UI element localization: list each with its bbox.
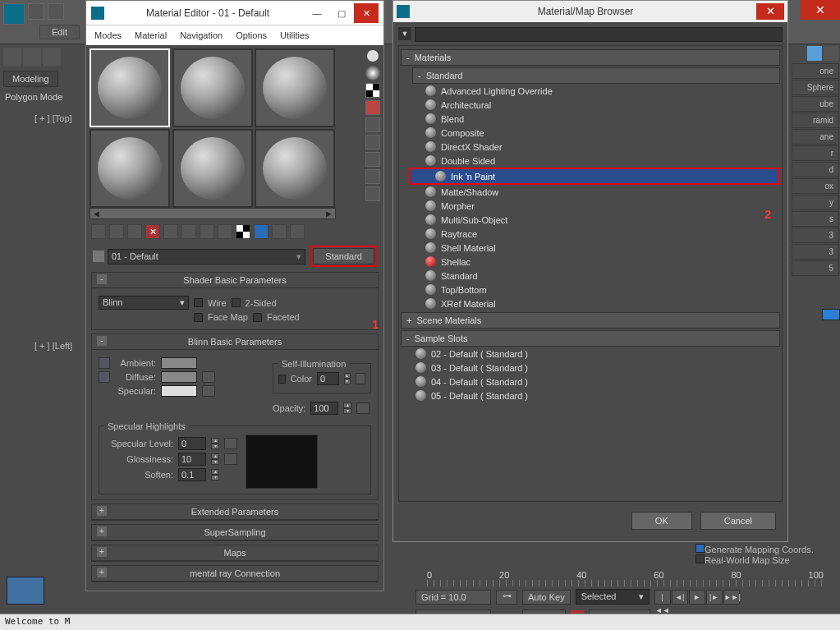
scroll-left-icon[interactable]: ◄ xyxy=(92,209,101,218)
menu-navigation[interactable]: Navigation xyxy=(180,30,223,40)
backlight-icon[interactable] xyxy=(365,66,380,80)
sample-slot[interactable] xyxy=(90,48,170,127)
mat-id-icon[interactable] xyxy=(218,224,232,239)
app-close-button[interactable]: ✕ xyxy=(801,0,840,20)
collapse-icon[interactable]: - xyxy=(97,274,107,284)
expand-icon[interactable]: + xyxy=(97,547,107,557)
object-type-button[interactable]: 3 xyxy=(792,244,839,260)
rollout-header[interactable]: - Blinn Basic Parameters xyxy=(92,334,378,350)
rollout-header[interactable]: +Maps xyxy=(92,545,378,561)
sample-slot[interactable] xyxy=(255,48,335,127)
go-sibling-icon[interactable] xyxy=(290,224,305,239)
modeling-tab[interactable]: Modeling xyxy=(3,71,58,87)
menu-modes[interactable]: Modes xyxy=(94,30,122,40)
show-map-icon[interactable] xyxy=(236,224,250,239)
ok-button[interactable]: OK xyxy=(631,512,692,530)
put-to-library-icon[interactable] xyxy=(200,224,214,239)
object-type-button[interactable]: 5 xyxy=(792,260,839,276)
object-type-button[interactable]: ox xyxy=(792,178,839,194)
unlink-tool-icon[interactable] xyxy=(23,48,41,66)
gen-mapping-checkbox[interactable] xyxy=(695,544,705,553)
material-list-item[interactable]: Top/Bottom xyxy=(401,283,780,297)
go-parent-icon[interactable] xyxy=(272,224,287,239)
expand-icon[interactable]: + xyxy=(97,568,107,577)
maximize-button[interactable]: ▢ xyxy=(329,3,354,23)
object-type-button[interactable]: 3 xyxy=(792,228,839,243)
object-type-button[interactable]: ane xyxy=(792,129,839,145)
rollout-header[interactable]: - Shader Basic Parameters xyxy=(92,273,378,288)
si-value-spinner[interactable]: 0 xyxy=(317,372,339,385)
sample-slot-list-item[interactable]: 03 - Default ( Standard ) xyxy=(401,361,780,375)
spec-level-spinner[interactable]: 0 xyxy=(178,437,206,450)
browser-search-input[interactable] xyxy=(415,27,783,42)
menu-options[interactable]: Options xyxy=(236,30,267,40)
gloss-map-button[interactable] xyxy=(224,453,237,465)
sample-slot[interactable] xyxy=(90,129,170,208)
object-type-button[interactable]: d xyxy=(792,162,839,177)
spin-up-icon[interactable]: ▴ xyxy=(344,373,350,379)
reset-icon[interactable]: ✕ xyxy=(145,224,160,239)
auto-key-button[interactable]: Auto Key xyxy=(522,590,571,605)
material-list-item[interactable]: Shell Material xyxy=(401,241,780,255)
make-copy-icon[interactable] xyxy=(163,224,178,239)
material-list-item[interactable]: Standard xyxy=(401,269,780,283)
material-list-item[interactable]: Double Sided xyxy=(401,154,780,168)
material-list-item[interactable]: DirectX Shader xyxy=(401,140,780,154)
object-type-button[interactable]: r xyxy=(792,145,839,161)
expand-icon[interactable]: + xyxy=(97,506,107,516)
soften-spinner[interactable]: 0.1 xyxy=(178,468,206,481)
material-list-item[interactable]: Ink 'n Paint xyxy=(411,169,778,183)
select-by-mat-icon[interactable] xyxy=(365,169,380,184)
make-unique-icon[interactable] xyxy=(181,224,196,239)
object-type-button[interactable]: s xyxy=(792,211,839,227)
spin-up-icon[interactable]: ▴ xyxy=(211,453,219,459)
rollout-header[interactable]: +SuperSampling xyxy=(92,525,378,540)
browser-menu-icon[interactable]: ▼ xyxy=(398,27,411,40)
ambient-swatch[interactable] xyxy=(161,357,197,369)
bind-tool-icon[interactable] xyxy=(43,48,61,66)
assign-to-selection-icon[interactable] xyxy=(127,224,142,239)
key-target-dropdown[interactable]: Selected▾ xyxy=(576,589,650,605)
spec-level-map-button[interactable] xyxy=(224,438,237,449)
group-standard[interactable]: -Standard xyxy=(412,67,780,84)
get-material-icon[interactable] xyxy=(91,224,106,239)
specular-map-button[interactable] xyxy=(202,385,215,397)
create-tab-icon[interactable] xyxy=(807,46,822,61)
menu-material[interactable]: Material xyxy=(135,30,167,40)
real-world-checkbox[interactable] xyxy=(695,554,705,563)
spin-up-icon[interactable]: ▴ xyxy=(343,402,351,408)
collapse-icon[interactable]: - xyxy=(97,336,107,346)
sample-uv-icon[interactable] xyxy=(365,100,380,115)
expand-icon[interactable]: + xyxy=(97,527,107,536)
si-map-button[interactable] xyxy=(356,373,365,384)
material-list-item[interactable]: Shellac xyxy=(401,255,780,269)
material-list-item[interactable]: XRef Material xyxy=(401,297,780,310)
preview-icon[interactable] xyxy=(365,135,380,149)
spin-down-icon[interactable]: ▾ xyxy=(343,408,351,414)
options-icon[interactable] xyxy=(365,152,380,167)
two-sided-checkbox[interactable] xyxy=(232,298,241,307)
diffuse-lock-icon[interactable] xyxy=(99,371,110,383)
viewport-layout-icon[interactable] xyxy=(7,577,44,605)
ruler-ticks[interactable] xyxy=(427,580,824,586)
object-type-button[interactable]: y xyxy=(792,195,839,210)
modify-tab-icon[interactable] xyxy=(824,46,838,61)
goto-end-icon[interactable]: ►►| xyxy=(723,590,740,605)
material-list-item[interactable]: Matte/Shadow xyxy=(401,185,780,199)
object-type-button[interactable]: ramid xyxy=(792,113,839,128)
object-type-button[interactable]: Sphere xyxy=(792,80,839,95)
group-scene-materials[interactable]: +Scene Materials xyxy=(401,312,780,329)
sample-type-icon[interactable] xyxy=(367,50,379,62)
material-list-item[interactable]: Blend xyxy=(401,112,780,126)
spin-down-icon[interactable]: ▾ xyxy=(211,459,219,465)
sample-slot-list-item[interactable]: 05 - Default ( Standard ) xyxy=(401,389,780,402)
spin-down-icon[interactable]: ▾ xyxy=(211,444,219,449)
spin-up-icon[interactable]: ▴ xyxy=(211,469,219,475)
rollout-header[interactable]: +mental ray Connection xyxy=(92,566,378,582)
sample-slot[interactable] xyxy=(172,48,253,127)
material-list-item[interactable]: Raytrace xyxy=(401,227,780,241)
object-type-button[interactable]: one xyxy=(792,63,839,79)
sample-scrollbar[interactable]: ◄► xyxy=(90,208,336,219)
show-end-result-icon[interactable] xyxy=(254,224,269,239)
specular-swatch[interactable] xyxy=(161,385,197,397)
